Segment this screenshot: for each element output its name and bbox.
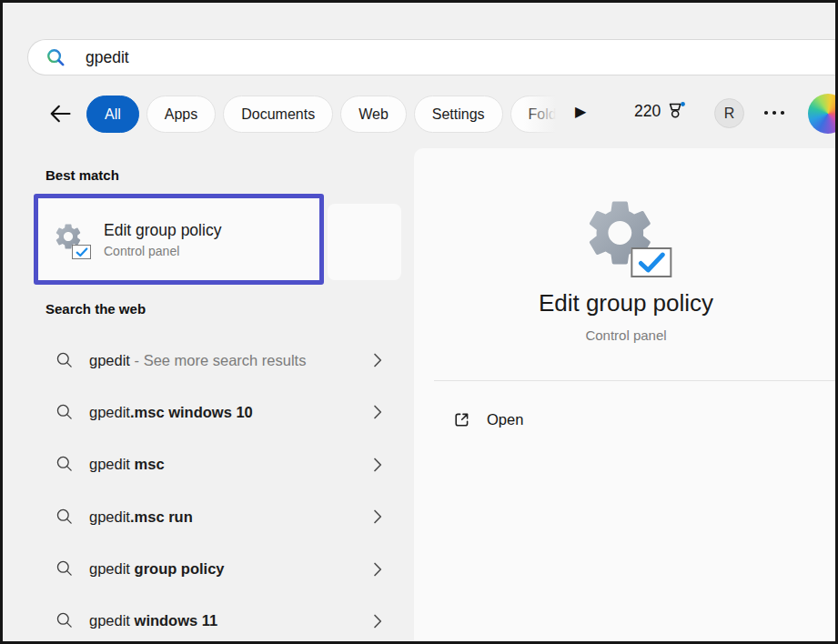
search-bar[interactable]: gpedit xyxy=(27,39,838,75)
checkmark-badge xyxy=(72,245,91,259)
preview-panel: Edit group policy Control panel Open xyxy=(414,148,838,644)
filter-tab-settings[interactable]: Settings xyxy=(414,96,503,133)
preview-subtitle: Control panel xyxy=(414,327,838,343)
account-avatar[interactable]: R xyxy=(714,98,744,128)
best-match-item[interactable]: Edit group policy Control panel xyxy=(34,194,324,285)
suggestion-text: gpedit group policy xyxy=(89,560,225,578)
rewards-button[interactable]: 220 xyxy=(634,100,688,123)
open-external-icon xyxy=(452,410,471,429)
back-button[interactable] xyxy=(47,101,73,126)
group-policy-large-icon xyxy=(581,194,664,274)
open-action[interactable]: Open xyxy=(427,401,825,438)
chevron-right-icon xyxy=(373,353,382,367)
rewards-medal-icon xyxy=(665,100,688,123)
filter-tab-documents[interactable]: Documents xyxy=(223,96,333,133)
filter-tabs: All Apps Documents Web Settings Folders xyxy=(86,95,562,134)
search-input[interactable]: gpedit xyxy=(86,48,129,67)
divider xyxy=(434,380,838,381)
suggestion-text: gpedit - See more search results xyxy=(89,352,306,369)
search-icon xyxy=(56,455,75,474)
search-icon xyxy=(45,47,66,68)
best-match-tile-extension[interactable] xyxy=(328,204,401,280)
search-icon xyxy=(56,351,75,370)
suggestion-text: gpedit msc xyxy=(89,456,165,473)
best-match-subtitle: Control panel xyxy=(104,244,221,258)
scroll-right-icon[interactable]: ▶ xyxy=(575,103,586,120)
filter-tab-all[interactable]: All xyxy=(86,96,139,133)
web-suggestions-list: gpedit - See more search results gpedit.… xyxy=(36,340,393,644)
web-suggestion-row[interactable]: gpedit windows 11 xyxy=(36,601,393,641)
ellipsis-icon xyxy=(764,111,768,115)
filter-tab-apps[interactable]: Apps xyxy=(146,96,216,133)
checkmark-badge xyxy=(631,247,671,277)
suggestion-text: gpedit.msc windows 10 xyxy=(89,404,253,421)
copilot-icon[interactable] xyxy=(808,94,838,134)
rewards-points: 220 xyxy=(634,102,661,121)
web-suggestion-row[interactable]: gpedit - See more search results xyxy=(36,340,393,380)
open-label: Open xyxy=(487,411,523,428)
search-the-web-label: Search the web xyxy=(45,301,146,317)
best-match-title: Edit group policy xyxy=(104,221,221,240)
search-icon xyxy=(56,508,75,527)
chevron-right-icon xyxy=(373,614,382,629)
chevron-right-icon xyxy=(373,509,382,524)
chevron-right-icon xyxy=(373,562,382,577)
preview-title: Edit group policy xyxy=(414,289,838,317)
search-icon xyxy=(56,611,75,630)
best-match-label: Best match xyxy=(45,167,119,183)
group-policy-icon xyxy=(53,221,89,257)
avatar-initial: R xyxy=(724,106,735,122)
web-suggestion-row[interactable]: gpedit msc xyxy=(36,445,393,485)
web-suggestion-row[interactable]: gpedit group policy xyxy=(36,549,393,589)
chevron-right-icon xyxy=(373,458,382,472)
filter-row: All Apps Documents Web Settings Folders … xyxy=(0,94,838,134)
search-icon xyxy=(56,559,75,579)
search-icon xyxy=(56,403,75,422)
more-options-button[interactable] xyxy=(764,110,792,116)
suggestion-text: gpedit.msc run xyxy=(89,508,193,526)
web-suggestion-row[interactable]: gpedit.msc run xyxy=(36,497,393,537)
windows-search-window: { "search": { "query": "gpedit" }, "filt… xyxy=(0,0,838,644)
suggestion-text: gpedit windows 11 xyxy=(89,612,217,629)
chevron-right-icon xyxy=(373,405,382,419)
filter-tab-web[interactable]: Web xyxy=(340,96,407,133)
web-suggestion-row[interactable]: gpedit.msc windows 10 xyxy=(36,392,393,432)
filter-tab-folders[interactable]: Folders xyxy=(510,95,562,134)
